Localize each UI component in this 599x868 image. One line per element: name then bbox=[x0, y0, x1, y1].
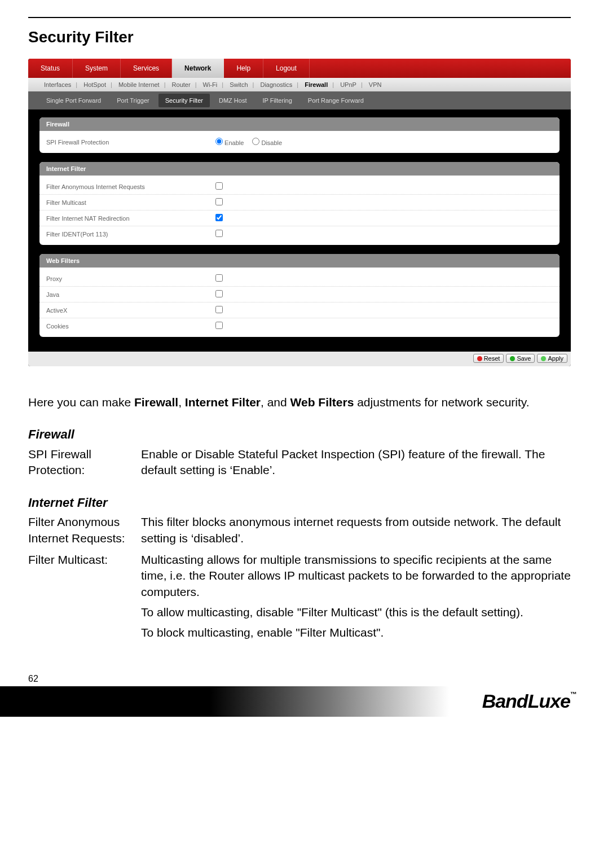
subnav-switch[interactable]: Switch bbox=[225, 81, 252, 88]
reset-button[interactable]: Reset bbox=[473, 354, 504, 363]
filter-ident-checkbox[interactable] bbox=[215, 230, 223, 237]
filter-multicast-checkbox[interactable] bbox=[215, 198, 223, 205]
row-proxy: Proxy bbox=[39, 271, 560, 286]
panel-internet-filter: Internet Filter Filter Anonymous Interne… bbox=[39, 162, 560, 245]
row-cookies: Cookies bbox=[39, 318, 560, 334]
subnav-hotspot[interactable]: HotSpot bbox=[79, 81, 111, 88]
doc-firewall-title: Firewall bbox=[28, 426, 571, 443]
doc-internet-filter-title: Internet Filter bbox=[28, 494, 571, 511]
subnav-diagnostics[interactable]: Diagnostics bbox=[256, 81, 297, 88]
doc-anon-term: Filter Anonymous Internet Requests: bbox=[28, 514, 141, 546]
subnav-upnp[interactable]: UPnP bbox=[336, 81, 361, 88]
row-activex: ActiveX bbox=[39, 302, 560, 318]
activex-label: ActiveX bbox=[46, 307, 215, 314]
doc-multicast-def: Multicasting allows for multiple transmi… bbox=[141, 552, 571, 646]
java-checkbox[interactable] bbox=[215, 290, 223, 297]
row-filter-nat: Filter Internet NAT Redirection bbox=[39, 210, 560, 226]
footer-bar: BandLuxe™ bbox=[0, 686, 599, 717]
filter-anon-label: Filter Anonymous Internet Requests bbox=[46, 183, 215, 190]
subnav-interfaces[interactable]: Interfaces bbox=[39, 81, 76, 88]
subnav-wifi[interactable]: Wi-Fi bbox=[199, 81, 222, 88]
doc-spi-row: SPI Firewall Protection: Enable or Disab… bbox=[28, 446, 571, 479]
documentation-text: Here you can make Firewall, Internet Fil… bbox=[28, 366, 571, 668]
spi-enable-option[interactable]: Enable bbox=[215, 139, 244, 146]
row-filter-anon: Filter Anonymous Internet Requests bbox=[39, 179, 560, 194]
filter-nat-label: Filter Internet NAT Redirection bbox=[46, 215, 215, 222]
spi-firewall-label: SPI Firewall Protection bbox=[46, 139, 215, 146]
reset-icon bbox=[477, 356, 482, 361]
third-nav: Single Port Forward Port Trigger Securit… bbox=[28, 91, 571, 109]
thirdnav-ip-filtering[interactable]: IP Filtering bbox=[256, 94, 298, 107]
panel-internet-filter-header: Internet Filter bbox=[39, 162, 560, 176]
page-number: 62 bbox=[0, 668, 599, 686]
proxy-label: Proxy bbox=[46, 275, 215, 282]
thirdnav-single-port-forward[interactable]: Single Port Forward bbox=[39, 94, 108, 107]
doc-anon-row: Filter Anonymous Internet Requests: This… bbox=[28, 514, 571, 546]
panel-web-filters: Web Filters Proxy Java ActiveX bbox=[39, 254, 560, 337]
panel-firewall-header: Firewall bbox=[39, 117, 560, 131]
proxy-checkbox[interactable] bbox=[215, 274, 223, 282]
save-button[interactable]: Save bbox=[506, 354, 535, 363]
filter-multicast-label: Filter Multicast bbox=[46, 199, 215, 206]
brand-logo: BandLuxe™ bbox=[482, 690, 576, 712]
subnav-firewall[interactable]: Firewall bbox=[300, 81, 332, 88]
filter-ident-label: Filter IDENT(Port 113) bbox=[46, 231, 215, 238]
subnav-mobile-internet[interactable]: Mobile Internet bbox=[114, 81, 164, 88]
spi-enable-radio[interactable] bbox=[215, 138, 223, 145]
subnav-vpn[interactable]: VPN bbox=[364, 81, 386, 88]
doc-spi-term: SPI Firewall Protection: bbox=[28, 446, 141, 479]
tab-network[interactable]: Network bbox=[172, 59, 224, 78]
activex-checkbox[interactable] bbox=[215, 306, 223, 313]
apply-button[interactable]: Apply bbox=[537, 354, 567, 363]
doc-spi-def: Enable or Disable Stateful Packet Inspec… bbox=[141, 446, 571, 479]
top-rule bbox=[28, 17, 571, 18]
thirdnav-dmz-host[interactable]: DMZ Host bbox=[212, 94, 254, 107]
cookies-label: Cookies bbox=[46, 323, 215, 330]
page-title: Security Filter bbox=[28, 28, 571, 46]
tab-logout[interactable]: Logout bbox=[263, 59, 310, 78]
filter-nat-checkbox[interactable] bbox=[215, 214, 223, 221]
panel-web-filters-header: Web Filters bbox=[39, 254, 560, 268]
row-filter-ident: Filter IDENT(Port 113) bbox=[39, 226, 560, 242]
save-icon bbox=[510, 356, 515, 361]
doc-multicast-term: Filter Multicast: bbox=[28, 552, 141, 646]
spi-disable-option[interactable]: Disable bbox=[252, 139, 282, 146]
tab-status[interactable]: Status bbox=[28, 59, 73, 78]
thirdnav-security-filter[interactable]: Security Filter bbox=[158, 94, 210, 107]
spi-disable-radio[interactable] bbox=[252, 138, 259, 145]
filter-anon-checkbox[interactable] bbox=[215, 182, 223, 190]
doc-intro: Here you can make Firewall, Internet Fil… bbox=[28, 394, 571, 410]
cookies-checkbox[interactable] bbox=[215, 322, 223, 329]
sub-nav: Interfaces| HotSpot| Mobile Internet| Ro… bbox=[28, 78, 571, 91]
tab-services[interactable]: Services bbox=[121, 59, 172, 78]
row-spi-firewall: SPI Firewall Protection Enable Disable bbox=[39, 134, 560, 150]
row-filter-multicast: Filter Multicast bbox=[39, 194, 560, 210]
java-label: Java bbox=[46, 291, 215, 298]
doc-anon-def: This filter blocks anonymous internet re… bbox=[141, 514, 571, 546]
thirdnav-port-trigger[interactable]: Port Trigger bbox=[110, 94, 156, 107]
main-tabs: Status System Services Network Help Logo… bbox=[28, 59, 571, 78]
action-bar: Reset Save Apply bbox=[28, 352, 571, 366]
tab-help[interactable]: Help bbox=[224, 59, 263, 78]
tab-system[interactable]: System bbox=[73, 59, 121, 78]
router-admin-ui: Status System Services Network Help Logo… bbox=[28, 59, 571, 366]
panels-wrap: Firewall SPI Firewall Protection Enable … bbox=[28, 109, 571, 352]
panel-firewall: Firewall SPI Firewall Protection Enable … bbox=[39, 117, 560, 153]
apply-icon bbox=[541, 356, 546, 361]
row-java: Java bbox=[39, 286, 560, 302]
thirdnav-port-range-forward[interactable]: Port Range Forward bbox=[301, 94, 371, 107]
doc-multicast-row: Filter Multicast: Multicasting allows fo… bbox=[28, 552, 571, 646]
subnav-router[interactable]: Router bbox=[168, 81, 195, 88]
